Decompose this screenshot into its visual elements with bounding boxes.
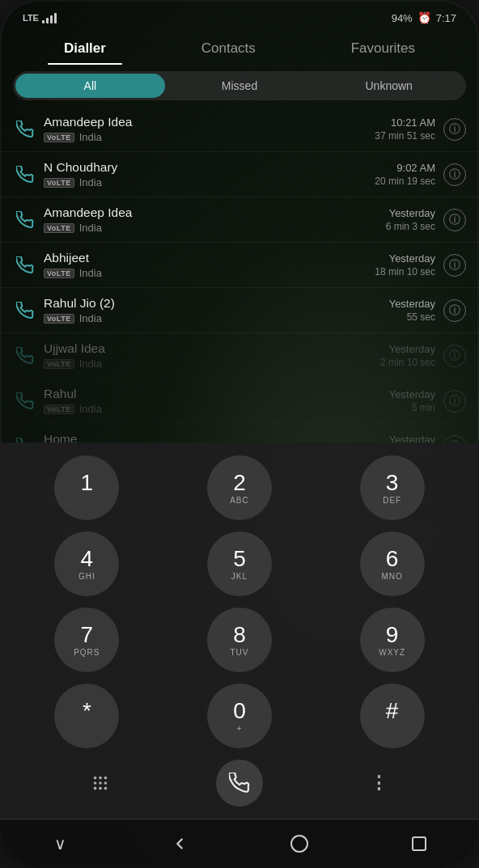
call-sub-5: VoLTE India [44, 312, 389, 324]
info-btn-5[interactable]: ⓘ [443, 299, 466, 322]
nav-back-button[interactable] [160, 828, 199, 860]
dial-key-hash[interactable]: # · [360, 684, 425, 748]
dial-key-1[interactable]: 1 · [54, 455, 119, 520]
svg-point-3 [93, 781, 96, 785]
dial-letters-3: DEF [383, 496, 401, 505]
call-time-info-4: Yesterday 18 min 10 sec [375, 252, 435, 277]
nav-down-button[interactable]: ∨ [40, 828, 79, 860]
call-time-info-1: 10:21 AM 37 min 51 sec [375, 116, 435, 142]
dial-key-3[interactable]: 3 DEF [360, 455, 425, 520]
call-sub-4: VoLTE India [44, 267, 375, 279]
nav-bar: ∨ [0, 819, 479, 868]
call-name-5: Rahul Jio (2) [44, 296, 389, 311]
call-name-3: Amandeep Idea [44, 205, 386, 220]
call-item-3[interactable]: Amandeep Idea VoLTE India Yesterday 6 mi… [0, 197, 479, 243]
call-item-5[interactable]: Rahul Jio (2) VoLTE India Yesterday 55 s… [0, 288, 479, 333]
more-options-button[interactable]: ⋮ [359, 764, 398, 802]
dial-key-5[interactable]: 5 JKL [207, 531, 272, 596]
filter-unknown[interactable]: Unknown [314, 74, 464, 98]
dial-num-1: 1 [81, 472, 94, 494]
bar2 [46, 18, 49, 23]
svg-point-8 [104, 787, 107, 790]
incoming-call-icon-3 [13, 211, 37, 229]
call-info-3: Amandeep Idea VoLTE India [44, 205, 386, 234]
call-duration-2: 20 min 19 sec [375, 176, 435, 187]
phone-shell: LTE 94% ⏰ 7:17 Dialler Contacts Favourit… [0, 0, 479, 868]
info-btn-2[interactable]: ⓘ [443, 163, 466, 186]
time-label: 7:17 [436, 12, 456, 24]
call-country-6: India [79, 358, 102, 370]
tab-favourites[interactable]: Favourites [335, 36, 431, 65]
dial-num-5: 5 [233, 548, 246, 570]
recents-square [412, 836, 426, 851]
svg-point-7 [99, 787, 102, 790]
dial-num-6: 6 [386, 548, 399, 570]
call-name-6: Ujjwal Idea [44, 341, 380, 356]
dial-letters-9: WXYZ [379, 648, 405, 657]
tab-dialler[interactable]: Dialler [48, 36, 122, 65]
dial-letters-hash: · [391, 724, 394, 733]
call-info-7: Rahul VoLTE India [44, 387, 389, 415]
call-item-1[interactable]: Amandeep Idea VoLTE India 10:21 AM 37 mi… [0, 107, 479, 152]
top-nav: Dialler Contacts Favourites [0, 29, 479, 65]
filter-all[interactable]: All [15, 74, 165, 98]
info-btn-4[interactable]: ⓘ [443, 254, 466, 277]
battery-icon: ⏰ [418, 11, 431, 24]
svg-point-0 [93, 777, 96, 780]
volte-badge-6: VoLTE [44, 359, 74, 369]
call-time-2: 9:02 AM [375, 162, 435, 174]
dial-key-2[interactable]: 2 ABC [207, 455, 272, 520]
call-item-2[interactable]: N Choudhary VoLTE India 9:02 AM 20 min 1… [0, 152, 479, 197]
dial-key-4[interactable]: 4 GHI [54, 531, 119, 596]
info-btn-6[interactable]: ⓘ [443, 345, 466, 367]
carrier-label: LTE [23, 13, 39, 23]
call-info-2: N Choudhary VoLTE India [44, 160, 375, 188]
call-duration-5: 55 sec [389, 311, 435, 323]
make-call-button[interactable] [216, 760, 263, 807]
dial-letters-0: + [237, 724, 243, 733]
tab-contacts[interactable]: Contacts [185, 36, 272, 65]
call-country-2: India [79, 176, 102, 188]
call-country-1: India [79, 131, 102, 143]
dial-key-6[interactable]: 6 MNO [360, 531, 425, 596]
bar3 [50, 15, 53, 23]
dialpad-dots-button[interactable] [81, 764, 120, 802]
dial-key-8[interactable]: 8 TUV [207, 608, 272, 672]
info-btn-1[interactable]: ⓘ [443, 118, 466, 141]
dial-letters-5: JKL [231, 572, 248, 581]
call-time-6: Yesterday [380, 343, 435, 355]
volte-badge-7: VoLTE [44, 404, 74, 414]
dial-key-star[interactable]: * · [54, 684, 119, 748]
call-item-6[interactable]: Ujjwal Idea VoLTE India Yesterday 2 min … [0, 333, 479, 379]
dial-key-7[interactable]: 7 PQRS [54, 608, 119, 672]
info-btn-7[interactable]: ⓘ [443, 390, 466, 413]
volte-badge-5: VoLTE [44, 314, 74, 324]
call-name-1: Amandeep Idea [44, 115, 375, 129]
call-duration-7: 5 min [389, 402, 435, 413]
dial-num-0: 0 [233, 700, 246, 722]
dial-key-0[interactable]: 0 + [207, 684, 272, 748]
dial-num-8: 8 [233, 624, 246, 646]
call-country-4: India [79, 267, 102, 279]
svg-point-1 [99, 777, 102, 780]
nav-recents-button[interactable] [400, 828, 439, 860]
home-circle [290, 835, 308, 853]
call-sub-2: VoLTE India [44, 176, 375, 188]
nav-home-button[interactable] [280, 828, 319, 860]
svg-point-6 [93, 787, 96, 790]
call-item-7[interactable]: Rahul VoLTE India Yesterday 5 min ⓘ [0, 379, 479, 424]
bar4 [54, 13, 57, 23]
call-country-3: India [79, 222, 102, 234]
dial-letters-2: ABC [230, 496, 249, 505]
svg-point-5 [104, 781, 107, 785]
call-icon-6 [13, 347, 37, 365]
call-time-info-6: Yesterday 2 min 10 sec [380, 343, 435, 368]
dial-key-9[interactable]: 9 WXYZ [360, 608, 425, 672]
call-icon-7 [13, 392, 37, 410]
call-time-3: Yesterday [386, 207, 435, 219]
filter-missed[interactable]: Missed [165, 74, 315, 98]
dialpad-grid: 1 · 2 ABC 3 DEF 4 GHI 5 JKL [16, 455, 463, 748]
call-time-1: 10:21 AM [375, 116, 435, 129]
call-item-4[interactable]: Abhijeet VoLTE India Yesterday 18 min 10… [0, 243, 479, 288]
info-btn-3[interactable]: ⓘ [443, 209, 466, 231]
